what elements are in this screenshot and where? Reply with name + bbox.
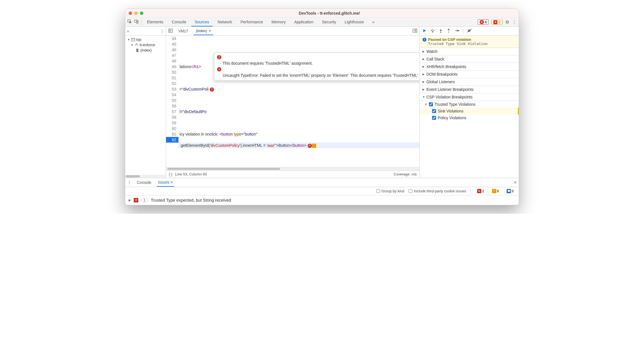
drawer-menu-icon[interactable]: ⋮ <box>128 180 131 184</box>
section-callstack[interactable]: Call Stack <box>420 55 519 63</box>
tree-top-frame[interactable]: ▼ top <box>125 37 166 42</box>
debugger-toolbar <box>420 27 519 36</box>
step-out-icon[interactable] <box>447 29 451 33</box>
inspect-element-icon[interactable] <box>128 19 132 25</box>
tab-sources[interactable]: Sources <box>191 18 213 26</box>
tooltip-error-icon: ✕ <box>217 67 221 71</box>
error-badge-icon[interactable]: 2 <box>210 87 214 92</box>
line-error-icon[interactable]: ✕ <box>308 144 312 148</box>
window-title: DevTools - tt-enforced.glitch.me/ <box>143 11 515 15</box>
tab-elements[interactable]: Elements <box>144 18 167 26</box>
issue-count: 1 <box>141 198 148 202</box>
settings-icon[interactable]: ⚙ <box>505 19 509 25</box>
file-tab-index[interactable]: (index) × <box>194 27 213 35</box>
issue-row[interactable]: ▶ ✕ 1 Trusted Type expected, but String … <box>125 195 519 205</box>
checkbox-sink[interactable] <box>432 109 436 113</box>
step-into-icon[interactable] <box>439 29 443 33</box>
csp-sink-violations[interactable]: Sink Violations <box>420 108 519 114</box>
checkbox-trusted-type[interactable] <box>429 102 433 106</box>
section-global[interactable]: Global Listeners <box>420 78 519 86</box>
section-dom[interactable]: DOM Breakpoints <box>420 71 519 78</box>
close-drawer-tab-icon[interactable]: × <box>171 180 173 184</box>
tab-network[interactable]: Network <box>214 18 235 26</box>
error-counter[interactable]: ✕6 <box>478 19 489 25</box>
close-drawer-icon[interactable]: × <box>514 180 516 185</box>
tooltip-count-icon: 2 <box>217 55 221 59</box>
toggle-navigator-icon[interactable] <box>168 29 173 33</box>
navigator-scrollbar[interactable] <box>125 175 166 178</box>
editor-status-bar: { } Line 53, Column 93 Coverage: n/a <box>166 170 419 178</box>
checkbox-policy[interactable] <box>432 116 436 120</box>
filter-third-party[interactable]: Include third-party cookie issues <box>409 189 466 193</box>
section-csp[interactable]: CSP Violation Breakpoints <box>420 93 519 101</box>
tab-performance[interactable]: Performance <box>237 18 266 26</box>
issues-error-count: ✕2 <box>475 189 486 193</box>
issues-warn-count: !0 <box>490 189 501 193</box>
code-editor[interactable]: 44454647484950515253545556575859606162 l… <box>166 36 419 167</box>
svg-point-10 <box>440 32 441 33</box>
paused-message: iPaused on CSP violation Trusted Type Si… <box>420 36 519 48</box>
navigator-menu-icon[interactable]: ⋮ <box>160 29 164 33</box>
coverage-status: Coverage: n/a <box>393 172 417 176</box>
window-controls <box>129 12 143 15</box>
file-tree: ▼ top ▼ tt-enforce (index) <box>125 36 166 54</box>
drawer-tab-console[interactable]: Console <box>136 179 152 186</box>
line-gutter: 44454647484950515253545556575859606162 <box>166 36 178 167</box>
drawer: ⋮ Console Issues × × Group by kind Inclu… <box>125 178 519 205</box>
error-tooltip: 2 This document requires 'TrustedHTML' a… <box>214 53 419 81</box>
file-tab-vm17[interactable]: VM17 <box>176 27 190 35</box>
section-watch[interactable]: Watch <box>420 48 519 55</box>
more-tabs-icon[interactable]: » <box>369 18 378 26</box>
drawer-tab-issues[interactable]: Issues × <box>157 178 174 187</box>
svg-rect-1 <box>135 20 137 22</box>
devtools-window: DevTools - tt-enforced.glitch.me/ Elemen… <box>125 8 519 205</box>
csp-trusted-type[interactable]: ▼ Trusted Type Violations <box>420 101 519 108</box>
issue-text: Trusted Type expected, but String receiv… <box>151 198 231 202</box>
titlebar: DevTools - tt-enforced.glitch.me/ <box>125 9 519 18</box>
tab-application[interactable]: Application <box>291 18 317 26</box>
filter-group-by-kind[interactable]: Group by kind <box>376 189 404 193</box>
svg-rect-3 <box>131 38 135 41</box>
tooltip-message: This document requires 'TrustedHTML' ass… <box>223 60 313 66</box>
step-over-icon[interactable] <box>430 29 435 33</box>
navigator-panel: » ⋮ ▼ top ▼ tt-enforce (index) <box>125 27 166 178</box>
pretty-print-icon[interactable]: { } <box>169 172 172 176</box>
tree-file-index[interactable]: (index) <box>125 48 166 53</box>
warning-counter[interactable]: ✕2 <box>491 20 502 25</box>
close-window-button[interactable] <box>129 12 132 15</box>
close-tab-icon[interactable]: × <box>209 29 211 33</box>
tree-origin[interactable]: ▼ tt-enforce <box>125 42 166 48</box>
section-xhr[interactable]: XHR/fetch Breakpoints <box>420 63 519 71</box>
tab-console[interactable]: Console <box>168 18 189 26</box>
cursor-position: Line 53, Column 93 <box>175 172 207 176</box>
svg-point-11 <box>448 32 449 33</box>
svg-point-9 <box>432 31 433 32</box>
editor-panel: VM17 (index) × 4445464748495051525354555… <box>166 27 420 178</box>
step-icon[interactable] <box>455 29 459 33</box>
tab-memory[interactable]: Memory <box>268 18 289 26</box>
debugger-panel: iPaused on CSP violation Trusted Type Si… <box>420 27 519 178</box>
tooltip-message: Uncaught TypeError: Failed to set the 'i… <box>223 73 419 78</box>
maximize-window-button[interactable] <box>140 12 143 15</box>
minimize-window-button[interactable] <box>134 12 138 15</box>
more-options-icon[interactable]: ⋮ <box>512 19 516 25</box>
svg-point-12 <box>458 30 459 31</box>
device-toolbar-icon[interactable] <box>134 19 139 25</box>
editor-scrollbar[interactable] <box>166 167 419 170</box>
issues-info-count: 💬0 <box>505 189 515 193</box>
csp-policy-violations[interactable]: Policy Violations <box>420 114 519 121</box>
main-toolbar: Elements Console Sources Network Perform… <box>125 18 519 27</box>
section-event[interactable]: Event Listener Breakpoints <box>420 86 519 93</box>
info-icon: i <box>422 38 426 42</box>
tab-lighthouse[interactable]: Lighthouse <box>341 18 367 26</box>
line-warning-icon[interactable]: ! <box>312 144 316 148</box>
panel-tabs: Elements Console Sources Network Perform… <box>144 18 478 26</box>
toggle-debugger-icon[interactable] <box>413 29 417 33</box>
tab-security[interactable]: Security <box>319 18 340 26</box>
deactivate-breakpoints-icon[interactable] <box>467 29 472 33</box>
issue-error-icon: ✕ <box>134 198 138 202</box>
navigator-more-icon[interactable]: » <box>127 29 129 33</box>
resume-icon[interactable] <box>422 29 426 33</box>
